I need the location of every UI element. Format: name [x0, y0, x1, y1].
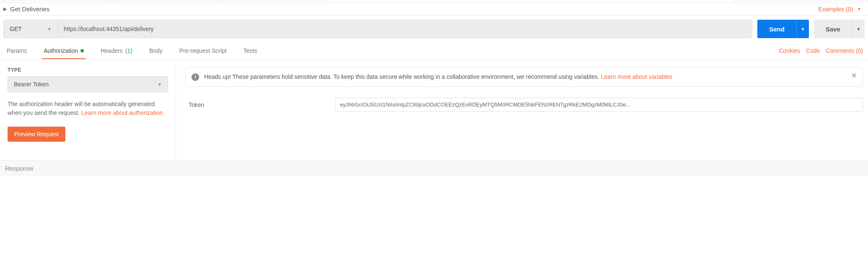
send-split-button: Send ▼ [757, 20, 809, 38]
tab-label: Tests [244, 47, 257, 54]
cookies-link[interactable]: Cookies [779, 47, 800, 54]
tab-label: Headers [101, 47, 123, 54]
send-caret-button[interactable]: ▼ [796, 20, 809, 38]
method-value: GET [10, 26, 22, 32]
response-section-header[interactable]: Response [0, 160, 868, 176]
tab-label: Params [7, 47, 27, 54]
tab-label: Pre-request Script [179, 47, 227, 54]
method-select[interactable]: GET ▼ [3, 20, 58, 38]
examples-dropdown[interactable]: Examples (0) ▼ [819, 6, 865, 13]
tab-label: Body [149, 47, 163, 54]
disclosure-triangle-icon[interactable]: ▶ [3, 6, 7, 12]
auth-help-text: The authorization header will be automat… [8, 100, 168, 117]
code-link[interactable]: Code [806, 47, 820, 54]
tab-params[interactable]: Params [5, 42, 29, 59]
caret-down-icon: ▼ [857, 7, 861, 11]
top-tab-strip [0, 0, 868, 3]
tab-body[interactable]: Body [148, 42, 164, 59]
auth-left-column: TYPE Bearer Token ▼ The authorization he… [0, 60, 176, 160]
sensitive-data-banner: ! Heads up! These parameters hold sensit… [185, 67, 863, 87]
tab-label: Authorization [44, 47, 78, 54]
right-links: Cookies Code Comments (0) [779, 47, 863, 54]
save-split-button: Save ▼ [814, 20, 865, 38]
tab-headers[interactable]: Headers (1) [99, 42, 134, 59]
save-caret-button[interactable]: ▼ [852, 20, 865, 38]
auth-right-column: ! Heads up! These parameters hold sensit… [176, 60, 868, 160]
tab-stub[interactable] [2, 0, 111, 3]
request-header-row: ▶ Get Deliveries Examples (0) ▼ [0, 3, 868, 16]
token-label: Token [189, 101, 319, 108]
request-tabs: Params Authorization Headers (1) Body Pr… [0, 42, 868, 60]
banner-text-wrap: Heads up! These parameters hold sensitiv… [204, 73, 672, 81]
tab-tests[interactable]: Tests [242, 42, 259, 59]
auth-type-select[interactable]: Bearer Token ▼ [8, 76, 168, 92]
close-icon[interactable]: ✕ [851, 73, 857, 79]
url-row: GET ▼ Send ▼ Save ▼ [0, 16, 868, 42]
url-input[interactable] [58, 20, 752, 38]
save-button[interactable]: Save [814, 20, 852, 38]
learn-more-variables-link[interactable]: Learn more about variables [601, 73, 672, 80]
learn-more-authorization-link[interactable]: Learn more about authorization [81, 109, 163, 116]
response-label: Response [5, 165, 34, 172]
tab-stub[interactable] [223, 0, 332, 3]
tab-authorization[interactable]: Authorization [42, 42, 86, 59]
token-row: Token [185, 98, 863, 112]
caret-down-icon: ▼ [158, 82, 162, 87]
send-button[interactable]: Send [757, 20, 796, 38]
examples-label: Examples (0) [819, 6, 853, 13]
token-input[interactable] [335, 98, 863, 112]
authorization-panel: TYPE Bearer Token ▼ The authorization he… [0, 60, 868, 160]
info-icon: ! [192, 73, 199, 81]
banner-text: Heads up! These parameters hold sensitiv… [204, 73, 601, 80]
headers-count: (1) [125, 47, 132, 54]
tab-stub-active[interactable] [112, 0, 221, 3]
status-dot-icon [80, 49, 84, 52]
caret-down-icon: ▼ [47, 27, 52, 31]
auth-type-value: Bearer Token [14, 81, 49, 88]
tab-prerequest[interactable]: Pre-request Script [178, 42, 228, 59]
preview-request-button[interactable]: Preview Request [8, 127, 65, 142]
comments-link[interactable]: Comments (0) [826, 47, 863, 54]
type-label: TYPE [8, 67, 168, 73]
request-title: Get Deliveries [10, 5, 49, 13]
tab-stub-right[interactable] [734, 0, 868, 3]
